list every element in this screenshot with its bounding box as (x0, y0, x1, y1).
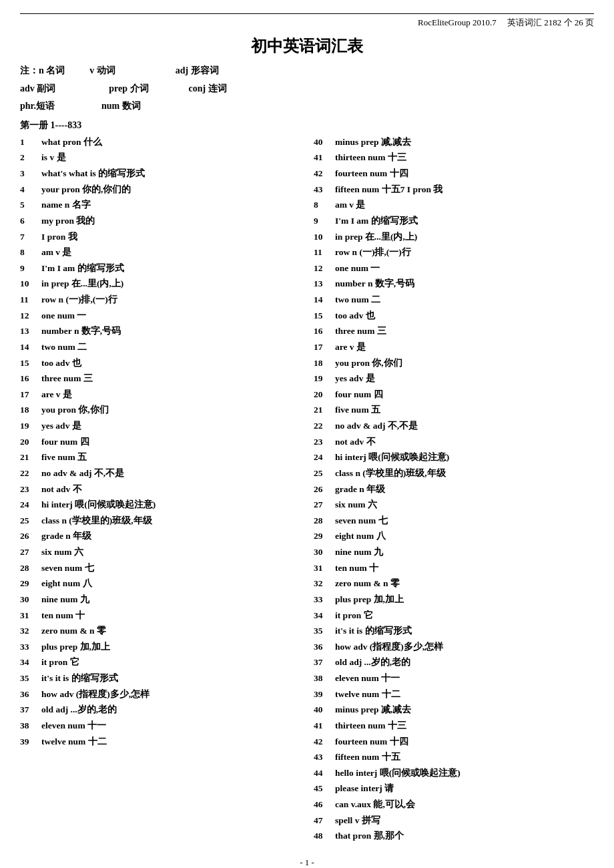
entry-content: row n (一)排,(一)行 (41, 292, 117, 308)
list-item: 3what's what is 的缩写形式 (20, 166, 300, 182)
entry-number: 32 (314, 576, 335, 592)
entry-content: your pron 你的,你们的 (41, 182, 131, 198)
entry-number: 10 (314, 229, 335, 245)
list-item: 26grade n 年级 (314, 481, 594, 497)
entry-number: 33 (314, 592, 335, 608)
list-item: 12one num 一 (314, 260, 594, 276)
legend-row-3: phr.短语 num 数词 (20, 97, 594, 116)
entry-content: fifteen num 十五 (335, 749, 400, 765)
list-item: 9I'm I am 的缩写形式 (314, 213, 594, 229)
entry-content: five num 五 (335, 402, 380, 418)
entry-number: 11 (20, 292, 41, 308)
entry-content: it's it is 的缩写形式 (41, 670, 118, 686)
list-item: 28seven num 七 (314, 513, 594, 529)
list-item: 14two num 二 (314, 292, 594, 308)
entry-number: 36 (314, 639, 335, 655)
entry-number: 12 (20, 308, 41, 324)
legend-item-conj: conj 连词 (189, 80, 227, 98)
entry-content: in prep 在...里(内,上) (335, 229, 417, 245)
entry-content: four num 四 (335, 387, 383, 403)
list-item: 26grade n 年级 (20, 528, 300, 544)
list-item: 30nine num 九 (314, 544, 594, 560)
entry-content: six num 六 (335, 497, 377, 513)
list-item: 24hi interj 喂(问候或唤起注意) (314, 449, 594, 465)
list-item: 28seven num 七 (20, 560, 300, 576)
list-item: 40minus prep 减,减去 (314, 134, 594, 150)
entry-number: 48 (314, 828, 335, 844)
entry-content: it's it is 的缩写形式 (335, 623, 412, 639)
entry-content: are v 是 (335, 339, 366, 355)
list-item: 4your pron 你的,你们的 (20, 182, 300, 198)
entry-number: 3 (20, 166, 41, 182)
list-item: 39twelve num 十二 (20, 734, 300, 750)
list-item: 37old adj ...岁的,老的 (20, 702, 300, 718)
entry-number: 42 (314, 734, 335, 750)
entry-content: in prep 在...里(内,上) (41, 276, 123, 292)
list-item: 35it's it is 的缩写形式 (20, 670, 300, 686)
entry-content: am v 是 (335, 197, 366, 213)
legend-item-num: num 数词 (101, 97, 141, 116)
list-item: 17are v 是 (20, 387, 300, 403)
list-item: 40minus prep 减,减去 (314, 702, 594, 718)
list-item: 45please interj 请 (314, 781, 594, 797)
list-item: 1what pron 什么 (20, 134, 300, 150)
entry-number: 6 (20, 213, 41, 229)
right-column: 40minus prep 减,减去41thirteen num 十三42four… (314, 134, 594, 844)
list-item: 20four num 四 (314, 387, 594, 403)
legend-section: 注：n 名词 v 动词 adj 形容词 adv 副词 prep 介词 conj … (20, 62, 594, 116)
list-item: 13number n 数字,号码 (20, 323, 300, 339)
entry-content: five num 五 (41, 449, 87, 465)
entry-number: 29 (20, 576, 41, 592)
entry-content: two num 二 (335, 292, 380, 308)
entry-number: 14 (314, 292, 335, 308)
list-item: 24hi interj 喂(问候或唤起注意) (20, 497, 300, 513)
entry-content: hello interj 喂(问候或唤起注意) (335, 765, 460, 781)
entry-number: 17 (314, 339, 335, 355)
entry-content: three num 三 (41, 371, 93, 387)
entry-number: 41 (314, 718, 335, 734)
list-item: 16three num 三 (20, 371, 300, 387)
entry-content: name n 名字 (41, 197, 91, 213)
entry-number: 33 (20, 639, 41, 655)
entry-number: 35 (20, 670, 41, 686)
legend-item-v: v 动词 (85, 62, 115, 80)
entry-content: what's what is 的缩写形式 (41, 166, 145, 182)
list-item: 34it pron 它 (20, 654, 300, 670)
entry-content: grade n 年级 (335, 481, 385, 497)
entry-number: 27 (314, 497, 335, 513)
list-item: 23not adv 不 (314, 434, 594, 450)
entry-content: it pron 它 (41, 654, 79, 670)
list-item: 6my pron 我的 (20, 213, 300, 229)
entry-number: 16 (314, 323, 335, 339)
entry-content: no adv & adj 不,不是 (335, 418, 418, 434)
list-item: 29eight num 八 (314, 528, 594, 544)
legend-row-1: 注：n 名词 v 动词 adj 形容词 (20, 62, 594, 80)
list-item: 41thirteen num 十三 (314, 150, 594, 166)
list-item: 36how adv (指程度)多少,怎样 (20, 686, 300, 702)
list-item: 25class n (学校里的)班级,年级 (20, 513, 300, 529)
entry-content: number n 数字,号码 (41, 323, 121, 339)
list-item: 47spell v 拼写 (314, 813, 594, 829)
list-item: 21five num 五 (314, 402, 594, 418)
legend-item-phr: phr.短语 (20, 97, 55, 116)
entry-number: 15 (314, 308, 335, 324)
entry-content: twelve num 十二 (41, 734, 107, 750)
list-item: 43fifteen num 十五 (314, 749, 594, 765)
entry-number: 34 (314, 608, 335, 624)
list-item: 9I'm I am 的缩写形式 (20, 260, 300, 276)
entry-number: 14 (20, 339, 41, 355)
entry-number: 24 (314, 449, 335, 465)
list-item: 30nine num 九 (20, 592, 300, 608)
list-item: 34it pron 它 (314, 608, 594, 624)
entry-number: 27 (20, 544, 41, 560)
vocabulary-columns: 1what pron 什么2is v 是3what's what is 的缩写形… (20, 134, 594, 844)
entry-number: 8 (314, 197, 335, 213)
entry-number: 40 (314, 702, 335, 718)
entry-number: 34 (20, 654, 41, 670)
entry-content: nine num 九 (41, 592, 89, 608)
entry-number: 30 (20, 592, 41, 608)
entry-number: 9 (20, 260, 41, 276)
list-item: 23not adv 不 (20, 481, 300, 497)
entry-number: 39 (20, 734, 41, 750)
list-item: 29eight num 八 (20, 576, 300, 592)
